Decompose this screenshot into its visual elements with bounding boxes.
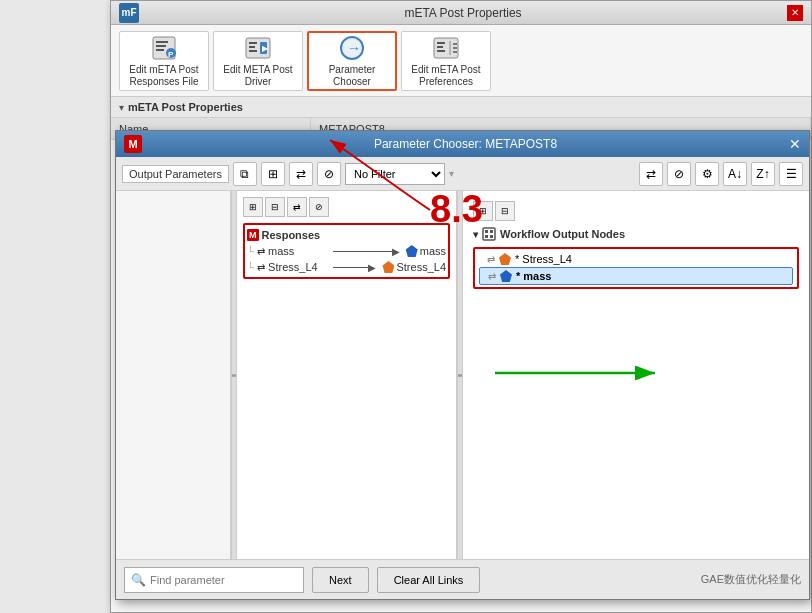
- unlink-icon-btn[interactable]: ⊘: [317, 162, 341, 186]
- copy-icon-btn[interactable]: ⧉: [233, 162, 257, 186]
- next-button[interactable]: Next: [312, 567, 369, 593]
- edit-responses-icon: P: [150, 34, 178, 62]
- workflow-panel: ⊞ ⊟ ▾ Workflow Output Nodes ⇄ * Stress_L…: [463, 191, 809, 559]
- mass-row: └ ⇄ mass ▶ mass: [247, 243, 446, 259]
- mass-label: mass: [268, 245, 294, 257]
- filter-select[interactable]: No Filter: [345, 163, 445, 185]
- svg-rect-26: [490, 235, 493, 238]
- wf-link-icon-2: ⇄: [488, 271, 496, 282]
- panel-toolbar-right: ⊞ ⊟: [473, 201, 799, 221]
- edit-responses-button[interactable]: P Edit mETA Post Responses File: [119, 31, 209, 91]
- svg-rect-24: [490, 230, 493, 233]
- svg-rect-3: [156, 49, 164, 51]
- section-title: mETA Post Properties: [128, 101, 243, 113]
- responses-tree-box: M Responses └ ⇄ mass ▶: [243, 223, 450, 279]
- param-dialog-icon: M: [124, 135, 142, 153]
- main-close-button[interactable]: ✕: [787, 5, 803, 21]
- wf-link-icon-1: ⇄: [487, 254, 495, 265]
- svg-text:▶: ▶: [262, 44, 269, 53]
- workflow-section: ⊞ ⊟ ▾ Workflow Output Nodes ⇄ * Stress_L…: [469, 197, 803, 293]
- svg-rect-9: [249, 50, 257, 52]
- parameter-chooser-icon: →: [338, 34, 366, 62]
- sort-az-icon[interactable]: A↓: [723, 162, 747, 186]
- wf-mass-item: ⇄ * mass: [479, 267, 793, 285]
- dropdown-arrow-icon: ▾: [449, 168, 454, 179]
- wf-stress-item: ⇄ * Stress_L4: [479, 251, 793, 267]
- workflow-label: Workflow Output Nodes: [500, 228, 625, 240]
- responses-label: Responses: [262, 229, 321, 241]
- edit-driver-label: Edit META Post Driver: [218, 64, 298, 88]
- svg-text:P: P: [168, 50, 174, 59]
- sort-za-icon[interactable]: Z↑: [751, 162, 775, 186]
- paste-icon-btn[interactable]: ⊞: [261, 162, 285, 186]
- stress-target: Stress_L4: [382, 261, 446, 273]
- wf-mass-label: * mass: [516, 270, 551, 282]
- annotation-83: 8.3: [430, 188, 483, 231]
- search-input[interactable]: [150, 574, 297, 586]
- svg-rect-22: [483, 228, 495, 240]
- stress-diamond-icon: [499, 253, 511, 265]
- svg-rect-1: [156, 41, 168, 43]
- main-toolbar: P Edit mETA Post Responses File ▶ Edit M…: [111, 25, 811, 97]
- collapse-all-icon[interactable]: ⊟: [265, 197, 285, 217]
- collapse-all-right-icon[interactable]: ⊟: [495, 201, 515, 221]
- clear-links-button[interactable]: Clear All Links: [377, 567, 481, 593]
- svg-rect-17: [437, 50, 445, 52]
- stress-arrow: ▶: [333, 262, 376, 273]
- m-icon: M: [247, 229, 259, 241]
- mass-arrow: ▶: [333, 246, 400, 257]
- stress-link-icon: ⇄: [257, 262, 265, 273]
- svg-rect-7: [249, 42, 257, 44]
- edit-responses-label: Edit mETA Post Responses File: [124, 64, 204, 88]
- workflow-header: ▾ Workflow Output Nodes: [473, 227, 799, 241]
- param-title-bar: M Parameter Chooser: METAPOST8 ✕: [116, 131, 809, 157]
- edit-driver-icon: ▶: [244, 34, 272, 62]
- options-icon[interactable]: ⚙: [695, 162, 719, 186]
- bottom-bar: 🔍 Next Clear All Links GAE数值优化轻量化: [116, 559, 809, 599]
- svg-rect-8: [249, 46, 255, 48]
- filter-icon[interactable]: ☰: [779, 162, 803, 186]
- left-sidebar: [116, 191, 231, 559]
- svg-rect-16: [437, 46, 443, 48]
- param-title: Parameter Chooser: METAPOST8: [142, 137, 789, 151]
- param-toolbar: Output Parameters ⧉ ⊞ ⇄ ⊘ No Filter ▾ ⇄ …: [116, 157, 809, 191]
- link-right-icon[interactable]: ⇄: [639, 162, 663, 186]
- param-close-button[interactable]: ✕: [789, 136, 801, 152]
- responses-panel: ⊞ ⊟ ⇄ ⊘ M Responses └ ⇄ mass: [237, 191, 457, 559]
- stress-tree-indent: └: [247, 262, 254, 273]
- unlink-all-icon[interactable]: ⊘: [309, 197, 329, 217]
- mass-diamond-icon: [500, 270, 512, 282]
- svg-rect-23: [485, 230, 488, 233]
- unlink-right-icon[interactable]: ⊘: [667, 162, 691, 186]
- brand-label: GAE数值优化轻量化: [701, 572, 801, 587]
- link-icon-btn[interactable]: ⇄: [289, 162, 313, 186]
- svg-rect-2: [156, 45, 166, 47]
- search-icon: 🔍: [131, 573, 146, 587]
- expand-icon: ▾: [119, 102, 124, 113]
- edit-preferences-button[interactable]: Edit mETA Post Preferences: [401, 31, 491, 91]
- app-icon: mF: [119, 3, 139, 23]
- search-box: 🔍: [124, 567, 304, 593]
- output-params-label: Output Parameters: [122, 165, 229, 183]
- svg-text:→: →: [347, 40, 361, 56]
- edit-preferences-icon: [432, 34, 460, 62]
- stress-label: Stress_L4: [268, 261, 318, 273]
- section-header: ▾ mETA Post Properties: [111, 97, 811, 118]
- link-all-icon[interactable]: ⇄: [287, 197, 307, 217]
- stress-row: └ ⇄ Stress_L4 ▶ Stress_L4: [247, 259, 446, 275]
- mass-link-icon: ⇄: [257, 246, 265, 257]
- expand-all-icon[interactable]: ⊞: [243, 197, 263, 217]
- stress-target-label: Stress_L4: [396, 261, 446, 273]
- panel-toolbar-left: ⊞ ⊟ ⇄ ⊘: [243, 197, 450, 217]
- svg-rect-25: [485, 235, 488, 238]
- mass-target-label: mass: [420, 245, 446, 257]
- responses-header: M Responses: [247, 227, 446, 243]
- mass-target: mass: [406, 245, 446, 257]
- wf-stress-label: * Stress_L4: [515, 253, 572, 265]
- parameter-chooser-label: Parameter Chooser: [313, 64, 391, 88]
- edit-driver-button[interactable]: ▶ Edit META Post Driver: [213, 31, 303, 91]
- workflow-items-box: ⇄ * Stress_L4 ⇄ * mass: [473, 247, 799, 289]
- main-title-bar: mF mETA Post Properties ✕: [111, 1, 811, 25]
- parameter-chooser-button[interactable]: → Parameter Chooser: [307, 31, 397, 91]
- edit-preferences-label: Edit mETA Post Preferences: [406, 64, 486, 88]
